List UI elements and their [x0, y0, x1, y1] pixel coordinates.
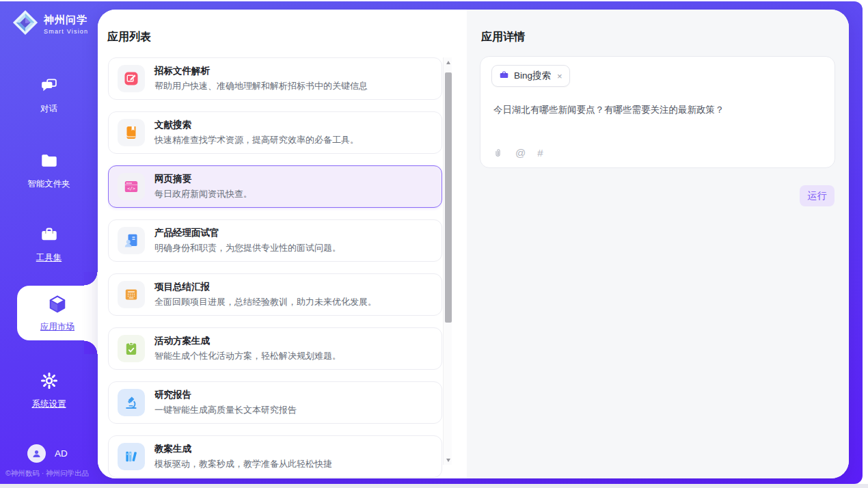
app-card-7[interactable]: 研究报告 一键智能生成高质量长文本研究报告 [108, 381, 442, 424]
tool-chip-label: Bing搜索 [514, 70, 551, 82]
sidebar-item-2[interactable]: 智能文件夹 [0, 151, 98, 190]
scrollbar-down-arrow-icon[interactable] [444, 455, 452, 465]
query-input-area[interactable]: Bing搜索 × 今日湖北有哪些新闻要点？有哪些需要关注的最新政策？ @# [480, 56, 835, 168]
app-card-description: 模板驱动，教案秒成，教学准备从此轻松快捷 [154, 458, 332, 470]
app-card-title: 活动方案生成 [154, 335, 341, 347]
tool-chip-bing-search[interactable]: Bing搜索 × [491, 65, 570, 87]
app-card-description: 全面回顾项目进展，总结经验教训，助力未来优化发展。 [154, 296, 377, 308]
brand-name: 神州问学 [44, 14, 88, 27]
paperclip-icon[interactable] [492, 147, 504, 159]
main-content-card: 应用列表 招标文件解析 帮助用户快速、准确地理解和解析招标书中的关键信息 文献搜… [98, 10, 849, 478]
diamond-logo-icon [12, 10, 38, 38]
microscope-icon [118, 389, 145, 416]
app-card-description: 帮助用户快速、准确地理解和解析招标书中的关键信息 [154, 80, 368, 92]
sidebar-item-1[interactable]: 对话 [0, 76, 98, 115]
app-card-4[interactable]: 产品经理面试官 明确身份和职责，为您提供专业性的面试问题。 [108, 219, 442, 262]
close-icon[interactable]: × [557, 71, 562, 81]
scrollbar-thumb[interactable] [445, 72, 452, 323]
app-card-description: 智能生成个性化活动方案，轻松解决规划难题。 [154, 350, 341, 362]
app-card-6[interactable]: 活动方案生成 智能生成个性化活动方案，轻松解决规划难题。 [108, 327, 442, 370]
gear-icon [40, 371, 59, 393]
hash-icon[interactable]: # [537, 147, 543, 159]
user-row[interactable]: AD [27, 444, 68, 463]
briefcase-icon [499, 70, 509, 82]
app-card-description: 一键智能生成高质量长文本研究报告 [154, 404, 297, 416]
app-card-3[interactable]: </> 网页摘要 每日政府新闻资讯快查。 [108, 165, 442, 208]
sidebar-item-5[interactable]: 系统设置 [0, 371, 98, 410]
sidebar-item-3[interactable]: 工具集 [0, 225, 98, 264]
cube-icon [47, 294, 68, 317]
book-icon [118, 119, 145, 146]
scrollbar-track[interactable] [443, 57, 452, 465]
app-card-description: 明确身份和职责，为您提供专业性的面试问题。 [154, 242, 341, 254]
app-card-1[interactable]: 招标文件解析 帮助用户快速、准确地理解和解析招标书中的关键信息 [108, 57, 442, 100]
app-card-title: 研究报告 [154, 389, 297, 401]
query-text: 今日湖北有哪些新闻要点？有哪些需要关注的最新政策？ [493, 103, 823, 117]
edit-document-icon [118, 65, 145, 92]
svg-text:</>: </> [127, 186, 135, 191]
app-detail-panel: 应用详情 Bing搜索 × 今日湖北有哪些新闻要点？有哪些需要关注的最新政策？ … [467, 10, 849, 478]
app-card-title: 产品经理面试官 [154, 227, 341, 239]
user-label: AD [55, 448, 68, 459]
user-avatar-icon[interactable] [27, 444, 46, 463]
app-card-title: 项目总结汇报 [154, 281, 377, 293]
app-card-title: 教案生成 [154, 443, 332, 455]
sidebar-footer: ©神州数码 · 神州问学出品 [5, 469, 98, 478]
app-list-title: 应用列表 [107, 30, 151, 44]
note-icon [118, 281, 145, 308]
scrollbar-up-arrow-icon[interactable] [444, 57, 452, 67]
input-toolbar: @# [492, 147, 543, 159]
window-bottom-edge [0, 484, 868, 488]
sidebar-item-4[interactable]: 应用市场 [17, 286, 98, 340]
app-card-2[interactable]: 文献搜索 快速精准查找学术资源，提高研究效率的必备工具。 [108, 111, 442, 154]
app-card-8[interactable]: 教案生成 模板驱动，教案秒成，教学准备从此轻松快捷 [108, 435, 442, 478]
app-card-list: 招标文件解析 帮助用户快速、准确地理解和解析招标书中的关键信息 文献搜索 快速精… [108, 57, 442, 478]
app-detail-title: 应用详情 [481, 30, 525, 44]
clipboard-check-icon [118, 335, 145, 362]
app-list-panel: 应用列表 招标文件解析 帮助用户快速、准确地理解和解析招标书中的关键信息 文献搜… [98, 10, 467, 478]
person-document-icon [118, 227, 145, 254]
chat-icon [40, 76, 59, 98]
sidebar: 神州问学 Smart Vision 对话 智能文件夹 工具集 应用市场 系统设置 [0, 1, 98, 484]
brand-subtitle: Smart Vision [44, 28, 88, 35]
browser-code-icon: </> [118, 173, 145, 200]
briefcase-icon [40, 225, 59, 247]
folder-icon [40, 151, 59, 173]
at-icon[interactable]: @ [515, 147, 526, 159]
app-card-title: 招标文件解析 [154, 65, 368, 77]
app-card-title: 网页摘要 [154, 173, 252, 185]
app-card-5[interactable]: 项目总结汇报 全面回顾项目进展，总结经验教训，助力未来优化发展。 [108, 273, 442, 316]
app-card-description: 每日政府新闻资讯快查。 [154, 188, 252, 200]
run-button[interactable]: 运行 [800, 185, 835, 206]
brand-logo: 神州问学 Smart Vision [12, 10, 88, 38]
books-icon [118, 443, 145, 470]
app-card-description: 快速精准查找学术资源，提高研究效率的必备工具。 [154, 134, 359, 146]
app-card-title: 文献搜索 [154, 119, 359, 131]
